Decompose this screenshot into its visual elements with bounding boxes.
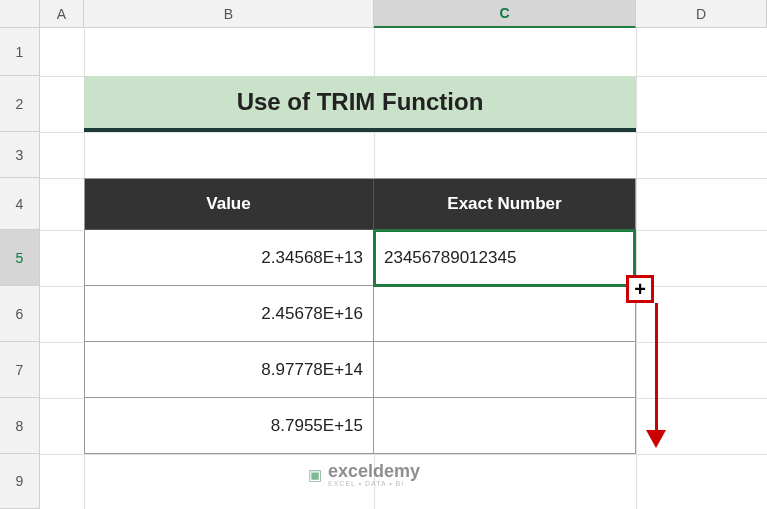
col-header-exact: Exact Number [374,178,636,230]
cell-C5[interactable]: 23456789012345 [374,230,636,286]
cell-B6[interactable]: 2.45678E+16 [84,286,374,342]
plus-icon: + [634,279,646,299]
row-header-5[interactable]: 5 [0,230,40,286]
cell-B8[interactable]: 8.7955E+15 [84,398,374,454]
watermark-tagline: EXCEL • DATA • BI [328,480,420,487]
row-header-3[interactable]: 3 [0,132,40,178]
col-header-B[interactable]: B [84,0,374,28]
col-header-value: Value [84,178,374,230]
arrow-line [655,303,658,433]
sheet-corner[interactable] [0,0,40,28]
cell-C6[interactable] [374,286,636,342]
row-header-9[interactable]: 9 [0,454,40,509]
row-header-1[interactable]: 1 [0,28,40,76]
row-header-4[interactable]: 4 [0,178,40,230]
cell-C7[interactable] [374,342,636,398]
page-title: Use of TRIM Function [84,76,636,132]
col-header-A[interactable]: A [40,0,84,28]
row-header-6[interactable]: 6 [0,286,40,342]
col-header-C[interactable]: C [374,0,636,28]
cell-C8[interactable] [374,398,636,454]
arrow-down-icon [646,430,666,448]
col-header-D[interactable]: D [636,0,767,28]
row-header-8[interactable]: 8 [0,398,40,454]
fill-handle[interactable]: + [626,275,654,303]
row-header-2[interactable]: 2 [0,76,40,132]
cell-B7[interactable]: 8.97778E+14 [84,342,374,398]
watermark-brand: exceldemy [328,462,420,480]
row-header-7[interactable]: 7 [0,342,40,398]
cell-B5[interactable]: 2.34568E+13 [84,230,374,286]
logo-icon: ▣ [308,466,322,484]
watermark: ▣ exceldemy EXCEL • DATA • BI [308,462,420,487]
